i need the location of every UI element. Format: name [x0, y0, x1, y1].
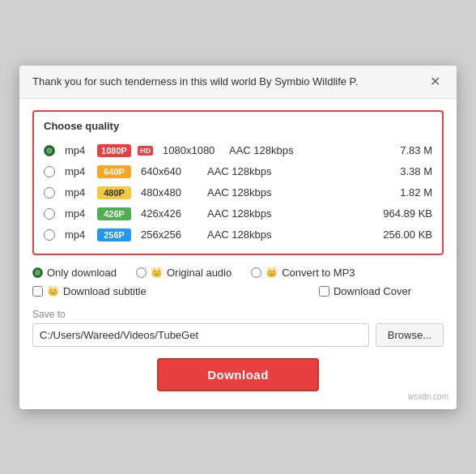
format-label: mp4 — [65, 186, 87, 199]
only-download-label: Only download — [47, 267, 117, 279]
download-cover-label: Download Cover — [334, 285, 411, 297]
original-audio-option[interactable]: 👑 Original audio — [136, 267, 232, 279]
resolution-text: 256x256 — [141, 228, 198, 241]
options-row-1: Only download 👑 Original audio 👑 Convert… — [32, 267, 444, 279]
quality-row: mp4 256P 256x256 AAC 128kbps 256.00 KB — [44, 224, 432, 246]
resolution-text: 640x640 — [141, 165, 198, 177]
audio-text: AAC 128kbps — [207, 165, 280, 177]
format-label: mp4 — [65, 207, 87, 220]
dialog-body: Choose quality mp4 1080P HD 1080x1080 AA… — [19, 99, 457, 409]
quality-title: Choose quality — [44, 120, 432, 132]
res-badge-640: 640P — [97, 165, 131, 178]
quality-row: mp4 640P 640x640 AAC 128kbps 3.38 M — [44, 161, 432, 182]
audio-text: AAC 128kbps — [229, 144, 302, 156]
res-badge-426: 426P — [97, 207, 131, 220]
quality-radio-480[interactable] — [44, 187, 55, 199]
crown-icon-1: 👑 — [151, 267, 163, 278]
size-text: 7.83 M — [400, 144, 432, 156]
hd-badge: HD — [138, 146, 153, 156]
quality-row: mp4 1080P HD 1080x1080 AAC 128kbps 7.83 … — [44, 140, 432, 161]
original-audio-label: Original audio — [167, 267, 232, 279]
size-text: 964.89 KB — [383, 207, 432, 220]
dialog-header: Thank you for such tenderness in this wi… — [19, 66, 457, 99]
only-download-radio[interactable] — [32, 267, 43, 278]
quality-box: Choose quality mp4 1080P HD 1080x1080 AA… — [32, 110, 444, 255]
quality-radio-426[interactable] — [44, 208, 55, 220]
format-label: mp4 — [65, 228, 87, 241]
close-button[interactable]: ✕ — [427, 74, 444, 90]
watermark: wsxdn.com — [408, 392, 448, 401]
audio-text: AAC 128kbps — [207, 186, 280, 199]
audio-text: AAC 128kbps — [207, 207, 280, 220]
convert-mp3-option[interactable]: 👑 Convert to MP3 — [251, 267, 355, 279]
res-badge-256: 256P — [97, 228, 131, 241]
download-subtitle-option[interactable]: 👑 Download subtitle — [32, 285, 147, 297]
download-row: Download — [32, 358, 444, 391]
resolution-text: 426x426 — [141, 207, 198, 220]
save-to-section: Save to Browse... — [32, 309, 444, 347]
browse-button[interactable]: Browse... — [376, 323, 444, 347]
res-badge-480: 480P — [97, 186, 131, 199]
quality-row: mp4 480P 480x480 AAC 128kbps 1.82 M — [44, 182, 432, 203]
format-label: mp4 — [65, 165, 87, 177]
path-input[interactable] — [32, 323, 369, 347]
download-button[interactable]: Download — [157, 358, 319, 391]
dialog-title: Thank you for such tenderness in this wi… — [32, 75, 358, 88]
resolution-text: 1080x1080 — [163, 144, 219, 156]
convert-mp3-label: Convert to MP3 — [282, 267, 355, 279]
save-to-label: Save to — [32, 309, 444, 320]
download-cover-checkbox[interactable] — [319, 286, 329, 297]
save-to-row: Browse... — [32, 323, 444, 347]
quality-radio-640[interactable] — [44, 166, 55, 177]
size-text: 256.00 KB — [383, 228, 432, 241]
download-cover-option[interactable]: Download Cover — [319, 285, 411, 297]
resolution-text: 480x480 — [141, 186, 198, 199]
crown-icon-3: 👑 — [47, 285, 59, 297]
original-audio-radio[interactable] — [136, 267, 147, 278]
format-label: mp4 — [65, 144, 87, 156]
size-text: 3.38 M — [400, 165, 432, 177]
convert-mp3-radio[interactable] — [251, 267, 261, 278]
res-badge-1080: 1080P — [97, 144, 131, 157]
crown-icon-2: 👑 — [266, 267, 278, 278]
download-dialog: Thank you for such tenderness in this wi… — [19, 66, 457, 409]
only-download-option[interactable]: Only download — [32, 267, 117, 279]
size-text: 1.82 M — [400, 186, 432, 199]
download-subtitle-checkbox[interactable] — [32, 286, 43, 297]
quality-radio-256[interactable] — [44, 229, 55, 241]
audio-text: AAC 128kbps — [207, 228, 280, 241]
options-row-2: 👑 Download subtitle Download Cover — [32, 285, 444, 297]
quality-row: mp4 426P 426x426 AAC 128kbps 964.89 KB — [44, 203, 432, 224]
quality-radio-1080[interactable] — [44, 145, 55, 156]
download-subtitle-label: Download subtitle — [63, 285, 147, 297]
